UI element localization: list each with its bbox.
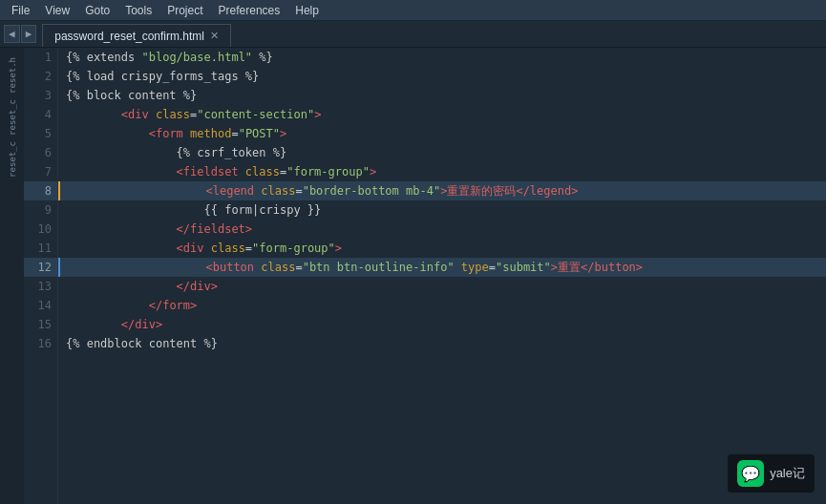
code-line-14: </form> xyxy=(58,296,826,315)
line-num-5: 5 xyxy=(24,124,57,143)
line-numbers: 1 2 3 4 5 6 7 8 9 10 11 12 13 14 15 16 xyxy=(24,48,58,504)
line-num-1: 1 xyxy=(24,48,57,67)
line-num-12: 12 xyxy=(24,258,57,277)
code-line-10: </fieldset> xyxy=(58,220,826,239)
menu-view[interactable]: View xyxy=(37,2,77,19)
watermark: 💬 yale记 xyxy=(728,454,815,493)
line-num-3: 3 xyxy=(24,86,57,105)
line-num-8: 8 xyxy=(24,181,57,200)
sidebar-file-2[interactable]: reset_c xyxy=(8,97,17,137)
code-line-13: </div> xyxy=(58,277,826,296)
sidebar-file-1[interactable]: reset.h xyxy=(8,55,17,95)
code-line-7: <fieldset class="form-group"> xyxy=(58,162,826,181)
code-line-11: <div class="form-group"> xyxy=(58,239,826,258)
line-num-4: 4 xyxy=(24,105,57,124)
code-line-8: <legend class="border-bottom mb-4">重置新的密… xyxy=(58,181,826,200)
code-line-4: <div class="content-section"> xyxy=(58,105,826,124)
line-num-14: 14 xyxy=(24,296,57,315)
line-num-13: 13 xyxy=(24,277,57,296)
line-num-11: 11 xyxy=(24,239,57,258)
code-line-2: {% load crispy_forms_tags %} xyxy=(58,67,826,86)
code-line-15: </div> xyxy=(58,315,826,334)
menu-goto[interactable]: Goto xyxy=(77,2,117,19)
nav-forward[interactable]: ▶ xyxy=(21,25,37,43)
line-num-15: 15 xyxy=(24,315,57,334)
sidebar-file-3[interactable]: reset_c xyxy=(8,139,17,179)
main-area: reset.h reset_c reset_c 1 2 3 4 5 6 7 8 … xyxy=(0,48,826,504)
code-line-12: <button class="btn btn-outline-info" typ… xyxy=(58,258,826,277)
code-line-3: {% block content %} xyxy=(58,86,826,105)
sidebar-file-list: reset.h reset_c reset_c xyxy=(0,48,24,504)
code-line-1: {% extends "blog/base.html" %} xyxy=(58,48,826,67)
menu-file[interactable]: File xyxy=(4,2,37,19)
code-line-9: {{ form|crispy }} xyxy=(58,200,826,220)
line-num-10: 10 xyxy=(24,220,57,239)
menu-preferences[interactable]: Preferences xyxy=(211,2,288,19)
watermark-text: yale记 xyxy=(770,465,805,482)
line-num-6: 6 xyxy=(24,143,57,162)
nav-back[interactable]: ◀ xyxy=(4,25,20,43)
code-line-6: {% csrf_token %} xyxy=(58,143,826,162)
code-editor[interactable]: {% extends "blog/base.html" %} {% load c… xyxy=(58,48,826,504)
tab-password-reset[interactable]: password_reset_confirm.html ✕ xyxy=(42,24,231,47)
menu-project[interactable]: Project xyxy=(159,2,210,19)
menubar: File View Goto Tools Project Preferences… xyxy=(0,0,826,21)
line-num-16: 16 xyxy=(24,334,57,353)
line-num-2: 2 xyxy=(24,67,57,86)
code-line-5: <form method="POST"> xyxy=(58,124,826,143)
code-line-16: {% endblock content %} xyxy=(58,334,826,353)
line-num-7: 7 xyxy=(24,162,57,181)
tab-close-button[interactable]: ✕ xyxy=(210,31,219,41)
menu-tools[interactable]: Tools xyxy=(117,2,159,19)
menu-help[interactable]: Help xyxy=(287,2,327,19)
line-num-9: 9 xyxy=(24,200,57,220)
tab-label: password_reset_confirm.html xyxy=(54,30,204,43)
watermark-icon: 💬 xyxy=(737,460,764,487)
